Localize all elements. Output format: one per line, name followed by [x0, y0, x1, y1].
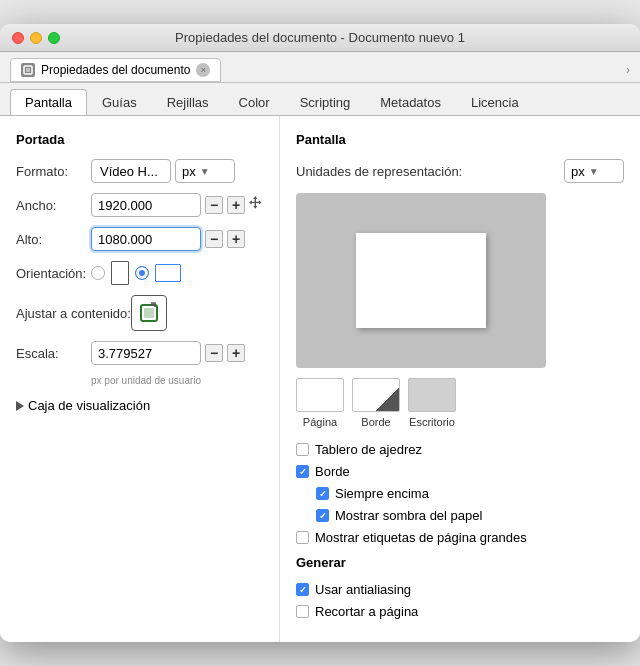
orientation-landscape-radio[interactable]: [135, 266, 149, 280]
borde-label: Borde: [361, 416, 390, 428]
titlebar: Propiedades del documento - Documento nu…: [0, 24, 640, 52]
units-arrow-icon: ▼: [589, 166, 599, 177]
tab-metadatos[interactable]: Metadatos: [365, 89, 456, 115]
escala-row: Escala: − +: [16, 341, 263, 365]
recortar-row: Recortar a página: [296, 604, 624, 619]
units-select[interactable]: px ▼: [564, 159, 624, 183]
caja-label: Caja de visualización: [28, 398, 150, 413]
escritorio-thumb: [408, 378, 456, 412]
preview-area: [296, 193, 546, 368]
right-section-title: Pantalla: [296, 132, 624, 147]
units-value: px: [571, 164, 585, 179]
mostrar-sombra-row: Mostrar sombra del papel: [296, 508, 624, 523]
preview-mode-pagina[interactable]: Página: [296, 378, 344, 428]
alto-increment[interactable]: +: [227, 230, 245, 248]
borde-label: Borde: [315, 464, 350, 479]
mostrar-sombra-label: Mostrar sombra del papel: [335, 508, 482, 523]
formato-label: Formato:: [16, 164, 91, 179]
alto-decrement[interactable]: −: [205, 230, 223, 248]
tablero-row: Tablero de ajedrez: [296, 442, 624, 457]
pagina-label: Página: [303, 416, 337, 428]
mostrar-etiquetas-row: Mostrar etiquetas de página grandes: [296, 530, 624, 545]
mostrar-etiquetas-label: Mostrar etiquetas de página grandes: [315, 530, 527, 545]
ancho-controls: − +: [91, 193, 263, 217]
antialiasing-checkbox[interactable]: [296, 583, 309, 596]
ajustar-label: Ajustar a contenido:: [16, 306, 131, 321]
window-title: Propiedades del documento - Documento nu…: [175, 30, 465, 45]
tab-pantalla[interactable]: Pantalla: [10, 89, 87, 115]
escala-increment[interactable]: +: [227, 344, 245, 362]
traffic-lights: [12, 32, 60, 44]
orientacion-row: Orientación:: [16, 261, 263, 285]
ancho-input[interactable]: [91, 193, 201, 217]
borde-checkbox[interactable]: [296, 465, 309, 478]
close-button[interactable]: [12, 32, 24, 44]
alto-input[interactable]: [91, 227, 201, 251]
maximize-button[interactable]: [48, 32, 60, 44]
recortar-checkbox[interactable]: [296, 605, 309, 618]
orientation-portrait-icon[interactable]: [111, 261, 129, 285]
tab-guias[interactable]: Guías: [87, 89, 152, 115]
escala-decrement[interactable]: −: [205, 344, 223, 362]
tablero-checkbox[interactable]: [296, 443, 309, 456]
caja-row[interactable]: Caja de visualización: [16, 398, 263, 413]
caja-toggle-icon: [16, 401, 24, 411]
content-area: Portada Formato: Vídeo H... px ▼ Ancho:: [0, 116, 640, 642]
escala-controls: − +: [91, 341, 245, 365]
escala-input[interactable]: [91, 341, 201, 365]
formato-controls: Vídeo H... px ▼: [91, 159, 235, 183]
formato-value: Vídeo H...: [100, 164, 158, 179]
siempre-encima-label: Siempre encima: [335, 486, 429, 501]
siempre-encima-checkbox[interactable]: [316, 487, 329, 500]
chevron-right-icon: ›: [626, 63, 630, 77]
ajustar-row: Ajustar a contenido:: [16, 295, 263, 331]
svg-rect-0: [24, 66, 32, 74]
ancho-label: Ancho:: [16, 198, 91, 213]
siempre-encima-row: Siempre encima: [296, 486, 624, 501]
formato-select[interactable]: Vídeo H...: [91, 159, 171, 183]
borde-row: Borde: [296, 464, 624, 479]
escritorio-label: Escritorio: [409, 416, 455, 428]
tabs-bar: Pantalla Guías Rejillas Color Scripting …: [0, 83, 640, 116]
generar-title: Generar: [296, 555, 624, 570]
scale-hint: px por unidad de usuario: [91, 375, 263, 386]
escala-label: Escala:: [16, 346, 91, 361]
mostrar-etiquetas-checkbox[interactable]: [296, 531, 309, 544]
document-tab[interactable]: Propiedades del documento ×: [10, 58, 221, 82]
right-panel: Pantalla Unidades de representación: px …: [280, 116, 640, 642]
orientation-landscape-icon[interactable]: [155, 264, 181, 282]
minimize-button[interactable]: [30, 32, 42, 44]
doc-tab-bar: Propiedades del documento × ›: [0, 52, 640, 83]
document-tab-close[interactable]: ×: [196, 63, 210, 77]
units-row: Unidades de representación: px ▼: [296, 159, 624, 183]
ancho-row: Ancho: − +: [16, 193, 263, 217]
preview-page: [356, 233, 486, 328]
generar-section: Generar Usar antialiasing Recortar a pág…: [296, 555, 624, 619]
borde-thumb: [352, 378, 400, 412]
pagina-thumb: [296, 378, 344, 412]
tab-rejillas[interactable]: Rejillas: [152, 89, 224, 115]
orientation-portrait-radio[interactable]: [91, 266, 105, 280]
tab-licencia[interactable]: Licencia: [456, 89, 534, 115]
units-label: Unidades de representación:: [296, 164, 564, 179]
adjust-icon: [138, 302, 160, 324]
antialiasing-label: Usar antialiasing: [315, 582, 411, 597]
ajustar-button[interactable]: [131, 295, 167, 331]
ancho-decrement[interactable]: −: [205, 196, 223, 214]
left-section-title: Portada: [16, 132, 263, 147]
preview-mode-escritorio[interactable]: Escritorio: [408, 378, 456, 428]
format-unit-arrow: ▼: [200, 166, 210, 177]
recortar-label: Recortar a página: [315, 604, 418, 619]
tab-color[interactable]: Color: [224, 89, 285, 115]
tab-scripting[interactable]: Scripting: [285, 89, 366, 115]
format-unit-select[interactable]: px ▼: [175, 159, 235, 183]
svg-rect-4: [144, 308, 154, 318]
mostrar-sombra-checkbox[interactable]: [316, 509, 329, 522]
document-properties-window: Propiedades del documento - Documento nu…: [0, 24, 640, 642]
antialiasing-row: Usar antialiasing: [296, 582, 624, 597]
alto-label: Alto:: [16, 232, 91, 247]
resize-cursor-icon: [249, 194, 263, 216]
ancho-increment[interactable]: +: [227, 196, 245, 214]
preview-modes: Página Borde Escritorio: [296, 378, 624, 428]
preview-mode-borde[interactable]: Borde: [352, 378, 400, 428]
